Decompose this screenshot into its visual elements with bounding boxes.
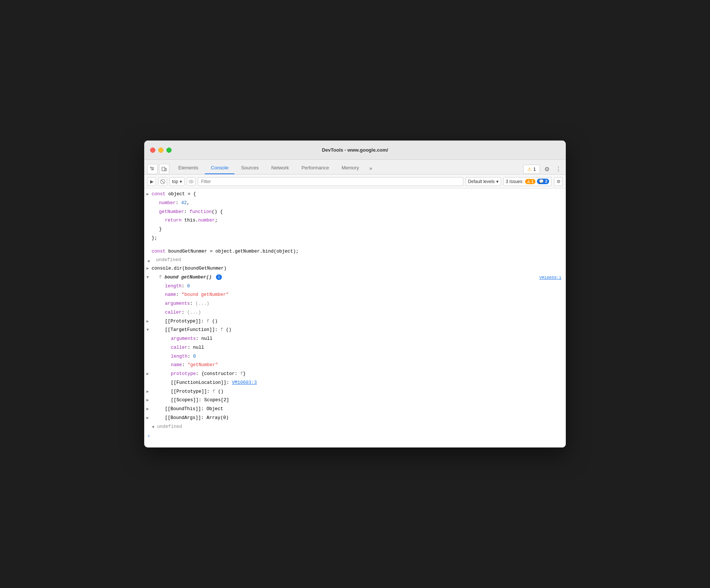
- code-line: };: [152, 235, 566, 242]
- close-button[interactable]: [150, 148, 155, 153]
- warn-icon: ⚠: [527, 180, 530, 184]
- list-item: ▼ f bound getNumber() i VM10659:1: [144, 273, 566, 282]
- list-item: caller: (...): [144, 308, 566, 317]
- gear-settings-icon: ⚙: [557, 179, 561, 184]
- tab-sources[interactable]: Sources: [235, 162, 265, 174]
- execute-icon: ▶: [150, 179, 153, 184]
- tab-elements[interactable]: Elements: [172, 162, 204, 174]
- eye-icon: [189, 180, 194, 183]
- list-item: number: 42,: [144, 199, 566, 208]
- maximize-button[interactable]: [166, 148, 172, 153]
- svg-rect-1: [165, 168, 166, 171]
- notification-button[interactable]: ⚠ 1: [523, 165, 540, 174]
- more-options-button[interactable]: ⋮: [554, 164, 563, 174]
- cursor-icon: [150, 166, 155, 172]
- levels-arrow-icon: ▾: [496, 179, 498, 184]
- code-line: [[Scopes]]: Scopes[2]: [171, 397, 566, 404]
- list-item: getNumber: function() {: [144, 208, 566, 217]
- list-item: }: [144, 225, 566, 234]
- list-item: [[FunctionLocation]]: VM10603:3: [144, 379, 566, 388]
- collapse-icon[interactable]: ▼: [146, 327, 151, 333]
- list-item: ▶ prototype: {constructor: f}: [144, 370, 566, 379]
- execute-button[interactable]: ▶: [147, 177, 156, 186]
- expand-icon[interactable]: ▶: [146, 266, 151, 272]
- expand-icon[interactable]: ▶: [146, 389, 151, 395]
- expand-icon[interactable]: ▶: [146, 371, 151, 377]
- expand-icon[interactable]: ▶: [146, 318, 151, 325]
- expand-icon[interactable]: ▶: [146, 191, 151, 197]
- list-item: ▼ [[TargetFunction]]: f (): [144, 326, 566, 335]
- list-item: arguments: null: [144, 335, 566, 344]
- code-line: const object = {: [152, 191, 566, 198]
- eye-filter-button[interactable]: [187, 177, 196, 186]
- list-item: length: 0: [144, 282, 566, 291]
- info-badge: i: [216, 274, 222, 280]
- warning-icon: ⚠: [527, 166, 532, 172]
- svg-point-4: [190, 181, 192, 182]
- expand-icon[interactable]: ▶: [146, 397, 151, 403]
- list-item: caller: null: [144, 344, 566, 352]
- minimize-button[interactable]: [158, 148, 163, 153]
- device-toolbar-button[interactable]: [159, 164, 169, 174]
- list-item: ▶ [[Prototype]]: f (): [144, 317, 566, 326]
- more-tabs-button[interactable]: »: [366, 162, 376, 174]
- code-line: name: "getNumber": [171, 362, 566, 369]
- svg-line-3: [161, 180, 164, 183]
- console-settings-button[interactable]: ⚙: [554, 177, 563, 186]
- function-location-link[interactable]: VM10603:3: [232, 380, 257, 385]
- inspect-element-button[interactable]: [147, 164, 158, 174]
- list-item: ◀ undefined: [144, 423, 566, 431]
- undefined-value: undefined: [157, 423, 182, 430]
- collapse-icon[interactable]: ▼: [146, 274, 151, 281]
- list-item: ▶ [[BoundThis]]: Object: [144, 405, 566, 414]
- info-badge: 💬 2: [537, 179, 549, 184]
- devtools-window: DevTools - www.google.com/ Elements Cons…: [144, 141, 566, 447]
- issues-button[interactable]: 3 Issues: ⚠ 1 💬 2: [503, 177, 552, 186]
- code-line: arguments: null: [171, 335, 566, 342]
- list-item: ▶ [[Scopes]]: Scopes[2]: [144, 396, 566, 405]
- code-line: console.dir(boundGetNunmer): [152, 265, 566, 272]
- clear-console-button[interactable]: [158, 177, 167, 186]
- expand-icon[interactable]: ▶: [146, 406, 151, 412]
- code-line: [[Prototype]]: f (): [171, 388, 566, 395]
- code-line: const boundGetNunmer = object.getNumber.…: [152, 248, 566, 255]
- list-item: name: "bound getNumber": [144, 291, 566, 300]
- undefined-value: undefined: [156, 257, 181, 264]
- tab-network[interactable]: Network: [266, 162, 295, 174]
- tab-console[interactable]: Console: [205, 162, 234, 174]
- list-item: return this.number;: [144, 216, 566, 225]
- clear-icon: [160, 179, 165, 184]
- code-line: number: 42,: [159, 200, 566, 207]
- log-levels-dropdown[interactable]: Default levels ▾: [466, 177, 501, 186]
- left-arrow-icon: ◀: [152, 424, 154, 430]
- code-line: [[BoundArgs]]: Array(0): [165, 415, 566, 422]
- settings-button[interactable]: ⚙: [543, 164, 551, 174]
- list-item: arguments: (...): [144, 300, 566, 308]
- arrow-icon: ◀: [147, 258, 152, 264]
- tabs-bar: Elements Console Sources Network Perform…: [144, 160, 566, 175]
- code-line: [[TargetFunction]]: f (): [165, 327, 566, 334]
- code-line: length: 0: [171, 353, 566, 360]
- tab-memory[interactable]: Memory: [336, 162, 365, 174]
- console-prompt[interactable]: ›: [144, 431, 566, 442]
- tab-performance[interactable]: Performance: [295, 162, 335, 174]
- list-item: const boundGetNunmer = object.getNumber.…: [144, 247, 566, 256]
- list-item: };: [144, 234, 566, 243]
- console-toolbar: ▶ top ▾ Default levels ▾ 3 Issues: ⚠: [144, 175, 566, 189]
- traffic-lights: [150, 148, 172, 153]
- code-line: [[BoundThis]]: Object: [165, 406, 566, 413]
- list-item: ▶ [[Prototype]]: f (): [144, 388, 566, 396]
- code-line: length: 0: [165, 283, 566, 290]
- code-line: caller: null: [171, 344, 566, 351]
- device-icon: [162, 166, 167, 172]
- list-item: ▶ const object = {: [144, 190, 566, 199]
- context-dropdown[interactable]: top ▾: [169, 177, 185, 186]
- vm-location-link[interactable]: VM10659:1: [540, 274, 566, 281]
- list-item: ◀ undefined: [144, 256, 566, 264]
- code-line: prototype: {constructor: f}: [171, 371, 566, 378]
- code-line: [[Prototype]]: f (): [165, 318, 566, 325]
- window-title: DevTools - www.google.com/: [322, 147, 388, 153]
- expand-icon[interactable]: ▶: [146, 415, 151, 421]
- code-line: }: [159, 226, 566, 233]
- filter-input[interactable]: [198, 177, 463, 186]
